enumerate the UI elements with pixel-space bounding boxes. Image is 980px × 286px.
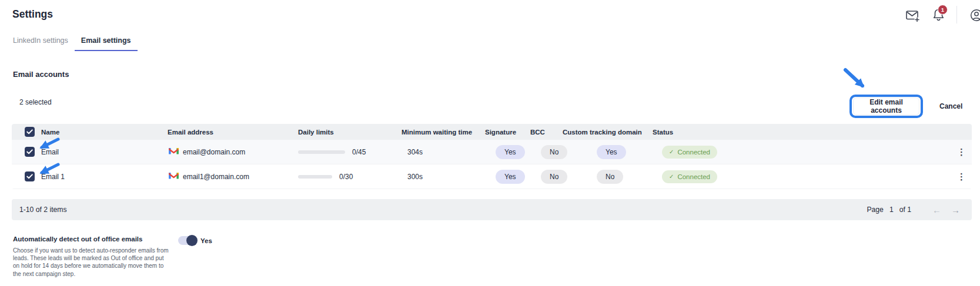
cell-email-address: email@domain.com [183,148,245,156]
column-header-daily-limits: Daily limits [298,129,402,136]
toggle-value-label: Yes [200,237,212,244]
gmail-icon [169,147,179,157]
page-number: 1 [889,206,894,214]
pager: Page 1 of 1 ← → [867,206,960,214]
page-total: of 1 [899,206,911,214]
column-header-custom-tracking-domain: Custom tracking domain [563,129,653,136]
column-header-email: Email address [168,129,298,136]
selected-count: 2 selected [19,98,52,106]
column-header-min-waiting-time: Minimum waiting time [402,129,485,136]
tab-linkedin-settings[interactable]: LinkedIn settings [6,34,75,51]
next-page-button[interactable]: → [951,206,960,214]
topbar-divider [956,6,957,23]
check-icon [26,148,33,156]
settings-page: Settings 1 [0,0,980,286]
custom-tracking-badge: Yes [597,145,626,159]
annotation-arrow-edit-button [845,70,862,86]
cancel-button[interactable]: Cancel [939,97,962,115]
envelope-plus-icon [905,8,920,23]
cell-min-waiting-time: 304s [402,148,485,156]
cell-min-waiting-time: 300s [402,173,485,181]
compose-email-button[interactable] [905,8,920,23]
row-checkbox[interactable] [25,147,35,157]
column-header-signature: Signature [485,129,530,136]
toggle-track[interactable] [178,236,196,245]
daily-limit-progress-bar [298,150,345,154]
custom-tracking-badge: No [597,170,623,184]
column-header-bcc: BCC [530,129,563,136]
table-row: Email email@domain.com 0/45 304s Yes [12,140,972,164]
column-header-name: Name [41,129,168,136]
notification-count-badge: 1 [938,5,948,15]
table-row: Email 1 email1@domain.com 0/30 300s Yes [12,164,972,189]
status-badge: ✓ Connected [662,170,717,183]
signature-badge: Yes [496,170,525,184]
table-pagination-footer: 1-10 of 2 items Page 1 of 1 ← → [12,199,972,220]
person-icon [969,8,980,22]
section-title: Email accounts [13,70,69,79]
profile-button[interactable] [969,8,980,22]
select-all-checkbox[interactable] [25,127,35,137]
row-menu-button[interactable]: ⋮ [948,172,972,181]
cell-daily-limit: 0/45 [352,148,366,156]
toggle-knob [186,235,198,246]
auto-detect-toggle[interactable]: Yes [178,236,212,245]
table-header-row: Name Email address Daily limits Minimum … [12,124,972,140]
check-icon: ✓ [669,149,674,155]
column-header-status: Status [653,129,948,136]
daily-limit-progress-bar [298,175,332,179]
signature-badge: Yes [496,145,525,159]
check-icon [26,129,33,136]
cell-name: Email [41,148,168,156]
settings-tabs: LinkedIn settings Email settings [6,34,138,51]
edit-email-accounts-button[interactable]: Edit email accounts [853,97,919,115]
page-title: Settings [12,8,53,21]
cell-name: Email 1 [41,173,168,181]
auto-detect-title: Automatically detect out of office email… [13,235,142,243]
items-range-text: 1-10 of 2 items [19,206,67,214]
check-icon: ✓ [669,173,674,180]
prev-page-button[interactable]: ← [932,206,941,214]
row-checkbox[interactable] [25,171,35,181]
gmail-icon [169,171,179,181]
check-icon [26,173,33,181]
row-menu-button[interactable]: ⋮ [948,147,972,156]
cell-email-address: email1@domain.com [183,173,249,181]
email-accounts-table: Name Email address Daily limits Minimum … [12,124,972,189]
page-label: Page [867,206,883,214]
tab-email-settings[interactable]: Email settings [75,34,138,51]
status-badge: ✓ Connected [662,146,717,159]
cell-daily-limit: 0/30 [339,173,353,181]
auto-detect-description: Choose if you want us to detect auto-res… [13,247,170,278]
